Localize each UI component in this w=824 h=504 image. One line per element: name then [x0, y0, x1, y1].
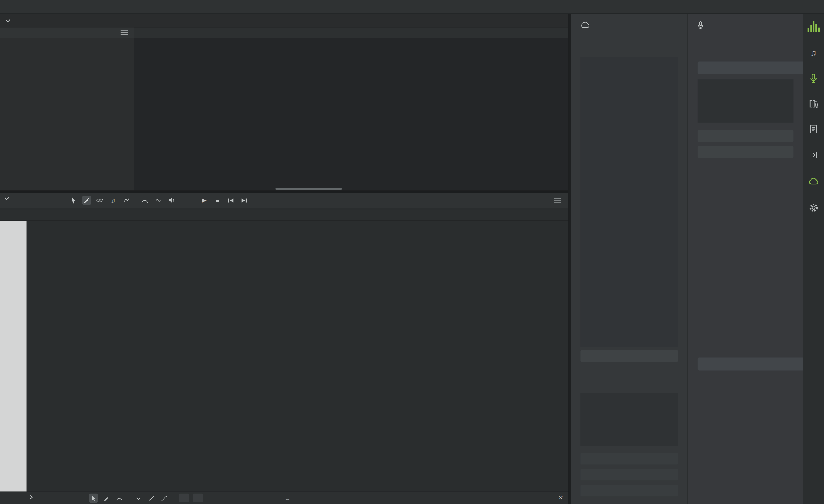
stop-button[interactable]: ■ — [213, 196, 222, 205]
phoneme-tool-button[interactable] — [180, 196, 189, 205]
param-tool-group — [89, 494, 123, 503]
param-dropdown-button[interactable] — [134, 494, 143, 503]
param-pencil-tool-button[interactable] — [102, 494, 111, 503]
update-button[interactable] — [580, 453, 678, 465]
curve-icon — [161, 495, 167, 501]
polyline-tool-button[interactable] — [122, 196, 131, 205]
track-list — [0, 28, 134, 190]
piano-roll-canvas[interactable] — [27, 221, 568, 492]
document-panel-button[interactable] — [807, 123, 820, 136]
param-line-mode-button[interactable] — [147, 494, 156, 503]
speaker-icon — [168, 197, 175, 203]
view-tool-group — [140, 196, 189, 205]
pointer-icon — [90, 495, 97, 501]
chevron-down-icon — [136, 497, 141, 500]
voice-db-select[interactable] — [698, 61, 812, 74]
curve-tool-button[interactable] — [140, 196, 149, 205]
uninstall-button[interactable] — [580, 485, 678, 496]
parameter-panel-titlebar[interactable] — [30, 495, 37, 499]
curve-icon — [141, 197, 148, 204]
skip-back-icon — [227, 197, 234, 203]
microphone-icon — [698, 21, 704, 30]
track-section-titlebar[interactable] — [0, 14, 568, 28]
pointer-icon — [70, 197, 77, 204]
polyline-icon — [123, 197, 130, 204]
param-curve-mode-button[interactable] — [159, 494, 168, 503]
render-panel-button[interactable] — [807, 149, 820, 161]
library-panel-button[interactable] — [807, 97, 820, 110]
license-panel-button[interactable] — [807, 174, 820, 187]
render-mode-select[interactable] — [698, 358, 812, 371]
voice-panel-header — [698, 21, 794, 30]
piano-roll-titlebar[interactable] — [4, 197, 13, 200]
preset-button[interactable] — [698, 130, 794, 142]
microphone-icon — [810, 73, 817, 83]
parameter-panel-bar: ↔ × — [0, 492, 568, 504]
spline-icon — [116, 495, 122, 501]
library-icon — [809, 99, 818, 109]
voice-panel-button[interactable] — [807, 72, 820, 85]
skip-forward-icon — [241, 197, 247, 203]
notes-tool-button[interactable]: ♫ — [108, 196, 117, 205]
menubar — [0, 0, 824, 14]
link-tool-button[interactable] — [95, 196, 104, 205]
app-logo-icon — [807, 20, 820, 33]
param-spline-tool-button[interactable] — [114, 494, 123, 503]
arrangement-ruler[interactable] — [134, 28, 568, 38]
param-shape-group — [134, 494, 168, 503]
voice-panel — [687, 14, 803, 504]
arrangement-canvas[interactable] — [134, 38, 568, 191]
license-panel — [571, 14, 688, 504]
piano-roll-toolbar: ♫ ▶ ■ — [0, 193, 568, 208]
piano-roll-menu-icon[interactable] — [554, 198, 561, 202]
skip-forward-button[interactable] — [239, 196, 248, 205]
zoom-out-button[interactable] — [179, 494, 189, 502]
speaker-tool-button[interactable] — [167, 196, 176, 205]
chevron-down-icon — [5, 19, 10, 22]
skip-back-button[interactable] — [226, 196, 235, 205]
track-section — [0, 14, 568, 190]
wave-tool-button[interactable] — [154, 196, 163, 205]
gear-icon — [808, 202, 818, 212]
settings-button[interactable] — [807, 201, 820, 214]
arrangement-h-scrollbar[interactable] — [275, 188, 342, 190]
close-icon[interactable]: × — [559, 493, 563, 502]
license-panel-header — [580, 21, 678, 28]
swap-arrows-icon[interactable]: ↔ — [284, 495, 291, 502]
music-note-icon: ♫ — [810, 48, 817, 58]
notes-icon: ♫ — [111, 196, 115, 204]
status-box — [580, 393, 678, 446]
play-icon: ▶ — [202, 197, 207, 204]
cloud-icon — [580, 21, 590, 28]
document-icon — [809, 124, 818, 134]
piano-keys[interactable] — [0, 221, 27, 492]
track-menu-icon[interactable] — [121, 30, 128, 35]
notes-panel-button[interactable]: ♫ — [807, 47, 820, 59]
pointer-tool-button[interactable] — [69, 196, 78, 205]
wave-icon — [154, 197, 162, 203]
side-icon-rail: ♫ — [803, 14, 824, 504]
play-button[interactable]: ▶ — [200, 196, 209, 205]
reset-button[interactable] — [698, 146, 794, 158]
zoom-in-button[interactable] — [193, 494, 203, 502]
track-list-header — [0, 28, 134, 38]
app-window: ♫ ▶ ■ — [0, 0, 824, 504]
link-icon — [96, 198, 104, 202]
transport-group: ▶ ■ — [200, 196, 249, 205]
arrangement-area[interactable] — [134, 28, 568, 190]
chevron-down-icon — [4, 197, 9, 200]
param-pointer-tool-button[interactable] — [89, 494, 98, 503]
edit-tool-group: ♫ — [69, 196, 131, 205]
voice-db-info — [698, 79, 794, 123]
pencil-icon — [103, 495, 109, 501]
activate-button[interactable] — [580, 469, 678, 480]
chevron-right-icon — [30, 495, 33, 499]
zoom-group — [179, 494, 203, 502]
check-updates-button[interactable] — [580, 350, 678, 362]
pencil-tool-button[interactable] — [82, 196, 91, 205]
installed-list — [580, 57, 678, 347]
render-export-icon — [809, 151, 818, 159]
vertical-scrollbar-track[interactable] — [568, 14, 571, 504]
piano-roll-ruler[interactable] — [0, 210, 568, 221]
piano-roll-section: ♫ ▶ ■ — [0, 193, 568, 492]
